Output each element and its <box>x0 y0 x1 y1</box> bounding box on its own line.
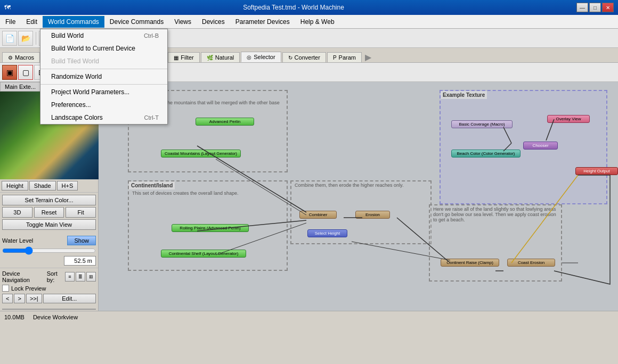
menubar: File Edit World Commands Device Commands… <box>0 15 618 29</box>
lock-preview-row: Lock Preview <box>2 285 96 292</box>
world-commands-dropdown: Build World Ctrl-B Build World to Curren… <box>40 29 168 125</box>
open-button[interactable]: 📂 <box>18 31 33 46</box>
reset-btn[interactable]: Reset <box>34 207 64 218</box>
example-texture-group-label: Example Texture <box>441 91 487 99</box>
menu-file[interactable]: File <box>0 16 21 28</box>
water-show-btn[interactable]: Show <box>67 236 96 245</box>
hs-btn[interactable]: H+S <box>57 181 78 191</box>
titlebar-title: Softpedia Test.tmd - World Machine <box>11 4 576 11</box>
memory-status: 10.0MB <box>4 314 25 320</box>
titlebar-controls: — □ ✕ <box>576 3 614 12</box>
nav-end-btn[interactable]: >>| <box>26 294 42 303</box>
node-coastal-mountains[interactable]: Coastal Mountains (Layout Generator) <box>161 150 241 158</box>
menu-build-tiled-world[interactable]: Build Tiled World <box>40 55 167 68</box>
titlebar: 🗺 Softpedia Test.tmd - World Machine — □… <box>0 0 618 15</box>
tree-item-adv-perlin[interactable]: — Advanced Perli... <box>3 309 95 310</box>
menu-landscape-colors[interactable]: Landscape Colors Ctrl-T <box>40 111 167 124</box>
continent-group-label: Continent/Island <box>129 181 175 189</box>
maximize-button[interactable]: □ <box>589 3 601 12</box>
node-continent-raise[interactable]: Continent Raise (Clamp) <box>441 259 499 267</box>
terrain-controls: Set Terrain Color... 3D Reset Fit Toggle… <box>0 193 98 234</box>
minimize-button[interactable]: — <box>576 3 588 12</box>
node-basic-coverage[interactable]: Basic Coverage (Macro) <box>451 120 513 128</box>
node-continental-shelf[interactable]: Continental Shelf (Layout Generator) <box>161 250 246 258</box>
lock-preview-label: Lock Preview <box>11 285 46 292</box>
lock-preview-checkbox[interactable] <box>2 285 9 292</box>
menu-edit[interactable]: Edit <box>21 16 43 28</box>
height-btn[interactable]: Height <box>2 181 28 191</box>
continent-group: Continent/Island This set of devices cre… <box>128 180 288 271</box>
tab-filter[interactable]: ▦Filter <box>168 52 199 62</box>
coastal-process-group: Here we raise all of the land slightly s… <box>429 204 562 282</box>
tab-macros[interactable]: ⚙Macros <box>2 52 40 62</box>
sort-icons: ≡ ≣ ⊞ <box>65 272 96 282</box>
water-level-slider[interactable] <box>2 247 96 254</box>
view-status: Device Workview <box>33 314 78 320</box>
tab-converter[interactable]: ↻Converter <box>282 52 326 62</box>
menu-project-world-params[interactable]: Project World Parameters... <box>40 86 167 98</box>
app-icon: 🗺 <box>4 4 11 11</box>
statusbar: 10.0MB Device Workview <box>0 311 618 322</box>
menu-world-commands[interactable]: World Commands <box>43 16 104 28</box>
canvas-area: Mountains Here we create the mountains t… <box>99 82 618 311</box>
device-nav-label: Device Navigation <box>2 270 47 283</box>
example-texture-group: Example Texture Basic Coverage (Macro) O… <box>440 90 607 204</box>
node-rolling-plains[interactable]: Rolling Plains (Advanced Perlin) <box>172 224 249 232</box>
combine-group: Combine them, then erode the higher reac… <box>290 180 432 244</box>
node-overlay-view[interactable]: Overlay View <box>547 115 590 123</box>
set-terrain-color-btn[interactable]: Set Terrain Color... <box>2 195 96 205</box>
node-adv-perlin-1[interactable]: Advanced Perlin <box>196 118 254 126</box>
new-button[interactable]: 📄 <box>2 31 17 46</box>
menu-build-world-current[interactable]: Build World to Current Device <box>40 42 167 55</box>
view-controls: Height Shade H+S <box>0 179 98 193</box>
nav-edit-btn[interactable]: Edit... <box>43 294 96 303</box>
continent-desc: This set of devices creates the overall … <box>129 189 287 197</box>
tree-panel: — Advanced Perli... — Coastal Mountai...… <box>2 309 96 310</box>
menu-randomize-world[interactable]: Randomize World <box>40 70 167 83</box>
device-nav-section: Device Navigation Sort by: ≡ ≣ ⊞ Lock Pr… <box>0 268 98 308</box>
node-height-output[interactable]: Height Output <box>575 167 618 175</box>
sep1 <box>36 32 36 45</box>
nav-next-btn[interactable]: > <box>14 294 25 303</box>
sort-icon-3[interactable]: ⊞ <box>86 272 96 282</box>
tabs-scroll-right[interactable]: ▶ <box>363 52 373 62</box>
toggle-main-view-btn[interactable]: Toggle Main View <box>2 219 96 230</box>
tool-btn1[interactable]: ▣ <box>2 65 17 80</box>
world-canvas[interactable]: Mountains Here we create the mountains t… <box>99 82 618 311</box>
sort-icon-2[interactable]: ≣ <box>76 272 85 282</box>
sort-icon-1[interactable]: ≡ <box>65 272 75 282</box>
water-level-label: Water Level <box>2 237 33 244</box>
fit-btn[interactable]: Fit <box>66 207 96 218</box>
menu-preferences[interactable]: Preferences... <box>40 98 167 111</box>
sort-by-label: Sort by: ≡ ≣ ⊞ <box>47 270 96 283</box>
node-select-height[interactable]: Select Height <box>307 229 347 237</box>
node-erosion[interactable]: Erosion <box>355 211 390 219</box>
tab-natural[interactable]: 🌿Natural <box>201 52 240 62</box>
tool-btn2[interactable]: ▢ <box>18 65 33 80</box>
nav-prev-btn[interactable]: < <box>2 294 13 303</box>
water-level-value: 52.5 m <box>64 256 96 266</box>
titlebar-left: 🗺 <box>4 4 11 11</box>
3d-btn[interactable]: 3D <box>2 207 32 218</box>
menu-build-world[interactable]: Build World Ctrl-B <box>40 29 167 42</box>
separator-2 <box>40 84 167 85</box>
menu-devices[interactable]: Devices <box>197 16 230 28</box>
water-level-section: Water Level Show 52.5 m <box>0 234 98 268</box>
menu-help-web[interactable]: Help & Web <box>295 16 340 28</box>
node-combiner[interactable]: Combiner <box>299 211 337 219</box>
combine-desc: Combine them, then erode the higher reac… <box>291 181 430 189</box>
menu-parameter-devices[interactable]: Parameter Devices <box>230 16 295 28</box>
close-button[interactable]: ✕ <box>602 3 614 12</box>
shade-btn[interactable]: Shade <box>29 181 56 191</box>
node-beach-color[interactable]: Beach Color (Color Generator) <box>451 150 521 158</box>
tab-param[interactable]: PParam <box>327 52 362 62</box>
node-coast-erosion[interactable]: Coast Erosion <box>507 259 555 267</box>
menu-device-commands[interactable]: Device Commands <box>104 16 169 28</box>
coastal-process-desc: Here we raise all of the land slightly s… <box>430 205 561 224</box>
nav-buttons: < > >>| Edit... <box>2 294 96 303</box>
menu-views[interactable]: Views <box>169 16 197 28</box>
tab-selector[interactable]: ◎Selector <box>241 52 281 62</box>
node-chooser[interactable]: Chooser <box>523 142 558 150</box>
separator-1 <box>40 69 167 69</box>
